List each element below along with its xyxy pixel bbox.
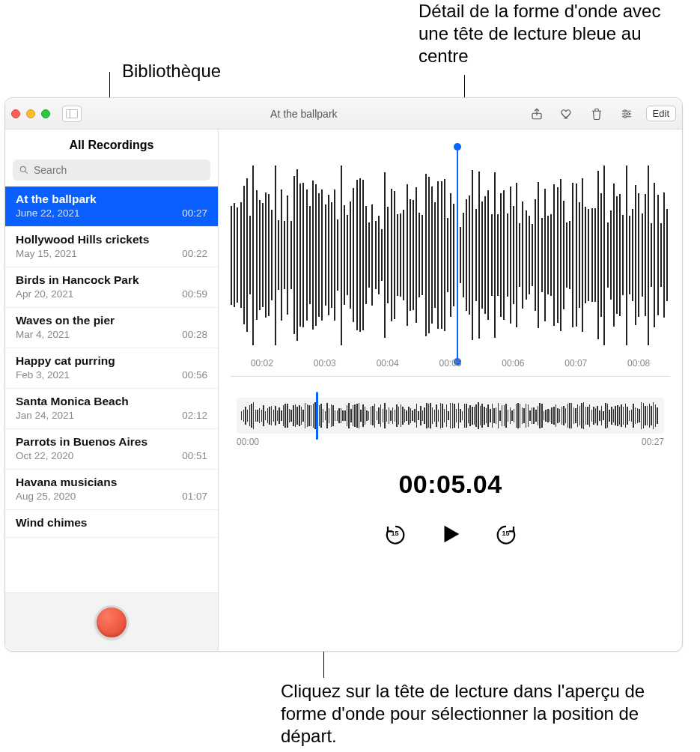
recording-title: Happy cat purring: [16, 354, 207, 368]
recording-title: Santa Monica Beach: [16, 395, 207, 408]
svg-line-10: [25, 172, 28, 174]
ruler-tick: 00:05: [419, 358, 482, 376]
skip-forward-button[interactable]: 15: [495, 523, 517, 545]
search-icon: [19, 165, 29, 175]
recording-date: Oct 22, 2020: [16, 450, 73, 461]
recording-row[interactable]: Birds in Hancock ParkApr 20, 202100:59: [5, 267, 218, 308]
edit-button[interactable]: Edit: [646, 106, 676, 121]
waveform-overview[interactable]: 00:00 00:27: [237, 398, 664, 434]
svg-point-6: [627, 112, 629, 115]
record-button[interactable]: [94, 605, 129, 640]
time-display: 00:05.04: [219, 470, 682, 499]
share-button[interactable]: [526, 105, 547, 123]
recording-date: Mar 4, 2021: [16, 329, 70, 340]
play-button[interactable]: [438, 521, 463, 547]
ruler-tick: 00:06: [481, 358, 544, 376]
waveform-detail[interactable]: 00:0200:0300:0400:0500:0600:0700:08: [231, 152, 670, 377]
recording-duration: 00:59: [182, 288, 207, 300]
skip-back-button[interactable]: 15: [384, 523, 407, 545]
recording-title: Birds in Hancock Park: [16, 273, 207, 287]
overview-start-label: 00:00: [237, 437, 259, 447]
recording-title: Hollywood Hills crickets: [16, 233, 207, 246]
svg-point-9: [20, 166, 25, 172]
ruler-tick: 00:04: [356, 358, 419, 376]
search-field[interactable]: [13, 160, 210, 181]
recording-duration: 00:22: [182, 248, 207, 259]
record-bar: [5, 592, 218, 651]
recordings-list: At the ballparkJune 22, 202100:27Hollywo…: [5, 187, 218, 592]
app-window: At the ballpark Edit All Recordings: [4, 97, 683, 652]
recording-title: Wind chimes: [16, 516, 207, 530]
zoom-window-button[interactable]: [41, 109, 50, 118]
playhead-overview[interactable]: [316, 392, 318, 440]
traffic-lights: [11, 109, 50, 118]
ruler-tick: 00:03: [293, 358, 356, 376]
recording-row[interactable]: Wind chimes: [5, 510, 218, 538]
callout-overview-label: Cliquez sur la tête de lecture dans l'ap…: [281, 680, 685, 748]
svg-rect-0: [66, 109, 77, 118]
recording-row[interactable]: Santa Monica BeachJan 24, 202102:12: [5, 389, 218, 429]
settings-button[interactable]: [616, 105, 637, 123]
close-window-button[interactable]: [11, 109, 20, 118]
recording-duration: 02:12: [182, 410, 207, 421]
ruler-tick: 00:02: [231, 358, 293, 376]
search-input[interactable]: [34, 164, 204, 176]
sidebar: All Recordings At the ballparkJune 22, 2…: [5, 130, 219, 651]
recording-row[interactable]: Waves on the pierMar 4, 202100:28: [5, 308, 218, 348]
recording-row[interactable]: Havana musiciansAug 25, 202001:07: [5, 470, 218, 510]
recording-row[interactable]: At the ballparkJune 22, 202100:27: [5, 187, 218, 227]
recording-duration: 00:28: [182, 329, 207, 340]
recording-duration: 00:51: [182, 450, 207, 461]
recording-row[interactable]: Parrots in Buenos AiresOct 22, 202000:51: [5, 429, 218, 470]
ruler-tick: 00:07: [544, 358, 607, 376]
recording-title: At the ballpark: [16, 192, 207, 206]
recording-row[interactable]: Hollywood Hills cricketsMay 15, 202100:2…: [5, 227, 218, 267]
recording-row[interactable]: Happy cat purringFeb 3, 202100:56: [5, 348, 218, 389]
svg-point-8: [624, 115, 626, 118]
library-title: All Recordings: [5, 130, 218, 160]
main-pane: 00:0200:0300:0400:0500:0600:0700:08 00:0…: [219, 130, 682, 651]
recording-duration: 00:27: [182, 207, 207, 219]
favorite-button[interactable]: [556, 105, 577, 123]
recording-duration: 01:07: [182, 491, 207, 502]
titlebar: At the ballpark Edit: [5, 98, 682, 130]
window-title: At the ballpark: [88, 108, 520, 120]
recording-title: Waves on the pier: [16, 314, 207, 327]
recording-date: Aug 25, 2020: [16, 491, 76, 502]
time-ruler: 00:0200:0300:0400:0500:0600:0700:08: [231, 358, 670, 376]
recording-duration: 00:56: [182, 369, 207, 380]
callout-library-label: Bibliothèque: [122, 60, 221, 82]
svg-point-4: [624, 109, 626, 112]
recording-title: Parrots in Buenos Aires: [16, 435, 207, 449]
playhead-detail[interactable]: [457, 148, 458, 361]
skip-forward-seconds: 15: [495, 530, 517, 537]
overview-end-label: 00:27: [642, 437, 664, 447]
recording-date: June 22, 2021: [16, 207, 80, 219]
skip-back-seconds: 15: [384, 530, 407, 537]
callout-detail-label: Détail de la forme d'onde avec une tête …: [419, 0, 696, 67]
minimize-window-button[interactable]: [26, 109, 35, 118]
recording-date: Feb 3, 2021: [16, 369, 70, 380]
recording-title: Havana musicians: [16, 476, 207, 489]
recording-date: Jan 24, 2021: [16, 410, 74, 421]
recording-date: May 15, 2021: [16, 248, 77, 259]
delete-button[interactable]: [586, 105, 607, 123]
sidebar-toggle-button[interactable]: [62, 106, 82, 122]
recording-date: Apr 20, 2021: [16, 288, 73, 300]
playback-controls: 15 15: [219, 521, 682, 547]
ruler-tick: 00:08: [607, 358, 670, 376]
